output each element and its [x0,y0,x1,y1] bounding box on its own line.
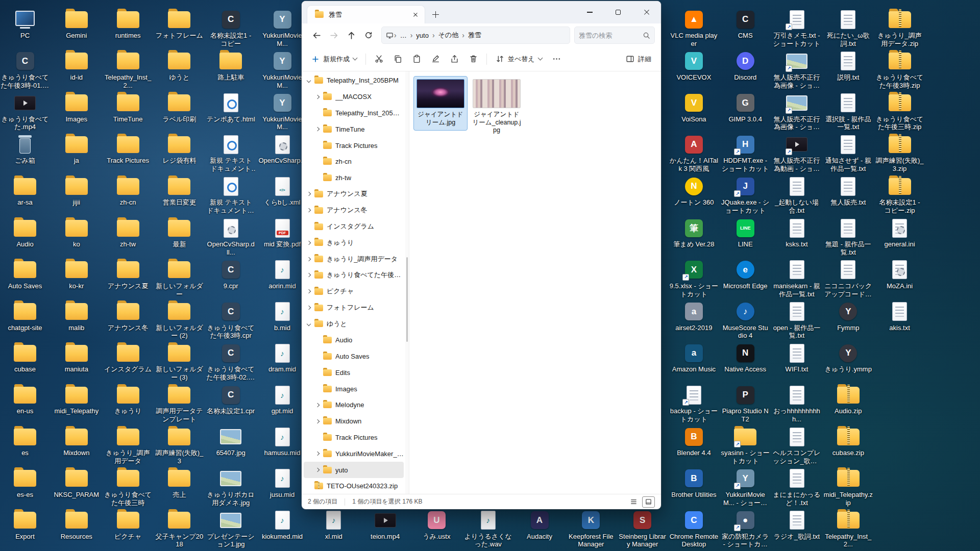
file-item[interactable]: ジャイアントドリーム.jpg [413,76,468,131]
tree-item[interactable]: TETO-OUset240323.zip [304,478,404,494]
desktop-icon-zip-file[interactable]: cubase.zip [824,426,873,457]
close-button[interactable] [632,1,661,23]
desktop-icon-gimp[interactable]: GGIMP 3.0.4 [721,92,770,123]
desktop-icon-midi-file[interactable]: dram.mid [258,342,307,373]
tree-item[interactable]: YukkuriMovieMaker_v4 [304,445,404,462]
desktop-icon-image-shortcut[interactable]: ↗無人販売不正行為画像 - ショートカッ... [772,51,821,90]
desktop-icon-cms[interactable]: CCMS [721,9,770,40]
desktop-icon-yukkuri-movie-maker-shortcut[interactable]: Y↗YukkuriMovieM... - ショートカット [721,468,770,507]
new-button[interactable]: 新規作成 [307,51,361,68]
thumbnail-view-button[interactable] [642,496,655,508]
desktop-icon-folder[interactable]: cubase [1,342,50,373]
chevron-right-icon[interactable] [305,239,313,247]
refresh-button[interactable] [360,27,377,43]
search-input[interactable] [579,32,640,39]
desktop-icon-recycle-bin[interactable]: ごみ箱 [1,134,50,165]
chevron-right-icon[interactable] [305,206,313,214]
chevron-right-icon[interactable] [313,417,322,425]
desktop-icon-folder[interactable]: ko-kr [52,259,101,290]
desktop-icon-voicevox[interactable]: VVOICEVOX [669,51,718,82]
desktop-icon-folder[interactable]: 営業日変更 [155,176,204,207]
desktop-icon-folder[interactable]: runtimes [104,9,153,40]
desktop-icon-line[interactable]: LINELINE [721,217,770,248]
desktop-icon-folder[interactable]: ar-sa [1,176,50,207]
tree-item[interactable]: zh-tw [304,170,404,186]
desktop-icon-folder[interactable]: ko [52,217,101,248]
share-button[interactable] [446,51,463,68]
desktop-icon-text-file[interactable]: _起動しない場合.txt [772,176,821,215]
desktop-icon-text-file[interactable]: manisekarn - 親作品一覧.txt [772,259,821,298]
desktop-icon-folder[interactable]: en-us [1,384,50,415]
paste-button[interactable] [408,51,426,68]
tree-item[interactable]: きゅうり [304,235,404,251]
rename-button[interactable] [427,51,445,68]
chevron-right-icon[interactable] [313,466,322,474]
tree-item[interactable]: アナウンス夏 [304,186,404,203]
desktop-icon-yukkuri-movie-maker[interactable]: YYukkuriMovieM... [258,51,307,90]
desktop-icon-html-file[interactable]: テンポあて.html [206,92,255,123]
desktop-icon-folder[interactable]: 最新 [155,217,204,248]
desktop-icon-zip-file[interactable]: きゅうり_調声用データ.zip [875,9,924,48]
desktop-icon-zip-file[interactable]: Telepathy_Inst_2... [824,510,873,549]
tree-item[interactable]: Telepathy_Inst_205BPM [304,105,404,121]
desktop-icon-midi-file[interactable]: gpt.mid [258,384,307,415]
desktop-icon-folder[interactable]: フォトフレーム [155,9,204,40]
cut-button[interactable] [370,51,388,68]
desktop-icon-midi-file[interactable]: jusu.mid [258,468,307,499]
details-pane-button[interactable]: 詳細 [621,51,656,68]
tree-item[interactable]: Edits [304,364,404,381]
desktop-icon-folder[interactable]: Images [52,92,101,123]
desktop-icon-folder-shortcut[interactable]: ↗syasinn - ショートカット [721,426,770,465]
desktop-icon-folder[interactable]: 新しいフォルダー (2) [155,301,204,340]
desktop-icon-ini-file[interactable]: MoZA.ini [875,259,924,290]
desktop-icon-text-file[interactable]: まにまにかっるど！.txt [772,468,821,507]
desktop-icon-folder[interactable]: ピクチャ [104,510,153,541]
desktop-icon-xml-file[interactable]: くらbし.xml [258,176,307,207]
desktop-icon-folder[interactable]: 調声練習(失敗)_3 [155,426,204,465]
tree-item[interactable]: Track Pictures [304,430,404,446]
desktop-icon-cubase-project[interactable]: C9.cpr [206,259,255,290]
desktop-icon-amazon-music[interactable]: aAmazon Music [669,342,718,373]
tree-item[interactable]: TimeTune [304,121,404,137]
desktop-icon-zip-file[interactable]: きゅうり食べてた午後3時.zip [875,51,924,90]
desktop-icon-steinberg-library-manager[interactable]: SSteinberg Library Manager [618,510,667,549]
desktop-icon-folder[interactable]: Telepathy_Inst_2... [104,51,153,90]
desktop-icon-discord[interactable]: DDiscord [721,51,770,82]
desktop-icon-folder[interactable]: ja [52,134,101,165]
desktop-icon-folder[interactable]: ゆうと [155,51,204,82]
desktop-icon-cubase-project[interactable]: C名称未設定1.cpr [206,384,255,415]
tree-item[interactable]: ピクチャ [304,283,404,299]
desktop-icon-folder[interactable]: きゅうり食べてた午後三時 [104,468,153,507]
desktop-icon-folder[interactable]: 新しいフォルダー [155,259,204,298]
chevron-right-icon[interactable] [305,255,313,263]
tree-item[interactable]: Melodyne [304,397,404,413]
desktop-icon-text-file[interactable]: おっhhhhhhhhhh... [772,384,821,423]
desktop-icon-text-shortcut[interactable]: ↗万引きメモ.txt - ショートカット [772,9,821,48]
desktop-icon-html-file[interactable]: 新規 テキスト ドキュメント (2).html [206,134,255,173]
tree-item[interactable]: きゅうり食べてた午後三時 [304,267,404,284]
tree-item[interactable]: Auto Saves [304,348,404,365]
desktop-icon-image-file[interactable]: プレゼンテーション1.jpg [206,510,255,549]
breadcrumb-item[interactable]: その他 [435,29,462,41]
delete-button[interactable] [464,51,482,68]
chevron-right-icon[interactable] [313,449,322,458]
desktop-icon-folder[interactable]: きゅうり_調声用データ [104,426,153,465]
desktop-icon-folder[interactable]: Export [1,510,50,541]
desktop-icon-text-file[interactable]: 通知させず - 親作品一覧.txt [824,134,873,173]
desktop-icon-folder[interactable]: TimeTune [104,92,153,123]
desktop-icon-backup-shortcut[interactable]: ↗backup - ショートカット [669,384,718,423]
desktop-icon-image-shortcut[interactable]: ↗無人販売不正行為画像 - ショートカット [772,92,821,132]
titlebar[interactable]: 雅雪 [302,1,661,23]
chevron-right-icon[interactable] [313,93,322,101]
desktop-icon-folder[interactable]: アナウンス夏 [104,259,153,290]
search-box[interactable] [574,27,655,44]
desktop-icon-text-file[interactable]: 死にたい_ω歌詞.txt [824,9,873,48]
desktop-icon-image-file[interactable]: 65407.jpg [206,426,255,457]
desktop-icon-zip-file[interactable]: Audio.zip [824,384,873,415]
desktop-icon-text-file[interactable]: open - 親作品一覧.txt [772,301,821,340]
desktop-icon-folder[interactable]: きゅうり [104,384,153,415]
new-tab-button[interactable] [428,7,443,21]
desktop-icon-security-camera-shortcut[interactable]: ●↗家の防犯カメラ - ショートカット [721,510,770,549]
desktop-icon-video-file[interactable]: きゅうり食べてた.mp4 [1,92,50,132]
desktop-icon-folder[interactable]: maniuta [52,342,101,373]
